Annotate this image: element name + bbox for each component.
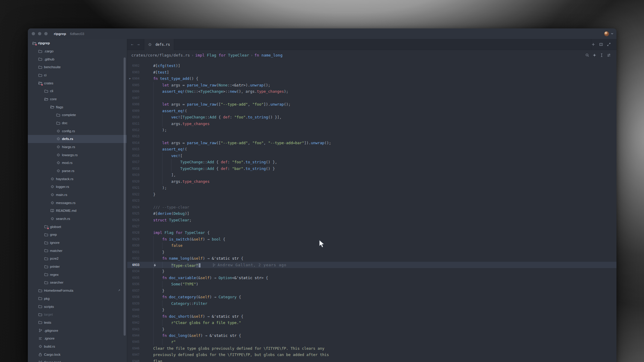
sidebar-item-main-rs[interactable]: main.rs xyxy=(28,191,127,199)
code-line-6902[interactable]: 6902#[cfg(test)] xyxy=(127,63,616,69)
inline-assist-icon[interactable] xyxy=(600,53,604,57)
editor-controls-icon[interactable] xyxy=(607,53,611,57)
sidebar-item-cli[interactable]: cli xyxy=(28,87,127,95)
code-line-6936[interactable]: 6936 Some("TYPE") xyxy=(127,281,616,287)
split-pane-icon[interactable] xyxy=(599,42,603,46)
sidebar-item--cargo[interactable]: .cargo xyxy=(28,47,127,55)
sidebar-item-messages-rs[interactable]: messages.rs xyxy=(28,199,127,207)
new-tab-icon[interactable] xyxy=(591,42,595,46)
code-line-6924[interactable]: 6924/// --type-clear xyxy=(127,204,616,210)
sidebar-item-hiargs-rs[interactable]: hiargs.rs xyxy=(28,143,127,151)
code-line-6926[interactable]: 6926struct TypeClear; xyxy=(127,217,616,223)
code-line-6905[interactable]: 6905 let args = parse_low_raw(None::<&st… xyxy=(127,82,616,88)
avatar[interactable] xyxy=(604,31,609,36)
sidebar-item-matcher[interactable]: matcher xyxy=(28,247,127,255)
sidebar-item-pcre2[interactable]: pcre2 xyxy=(28,255,127,263)
code-line-6944[interactable]: 6944 fn doc_long(&self) → &'static str { xyxy=(127,332,616,339)
sidebar-item-target[interactable]: target xyxy=(28,311,127,319)
code-line-6929[interactable]: 6929 fn is_switch(&self) → bool { xyxy=(127,236,616,242)
assistant-icon[interactable] xyxy=(593,53,596,57)
sidebar-item-searcher[interactable]: searcher xyxy=(28,279,127,287)
code-line-6931[interactable]: 6931 } xyxy=(127,249,616,255)
sidebar-item-grep[interactable]: grep xyxy=(28,231,127,239)
sidebar-item-logger-rs[interactable]: logger.rs xyxy=(28,183,127,191)
breadcrumb[interactable]: crates/core/flags/defs.rs›impl Flag for … xyxy=(127,50,616,60)
sidebar-scrollbar[interactable] xyxy=(124,57,126,336)
code-line-6941[interactable]: 6941 fn doc_short(&self) → &'static str … xyxy=(127,313,616,320)
sidebar-item-core[interactable]: core xyxy=(28,95,127,103)
sidebar-item--github[interactable]: .github xyxy=(28,55,127,63)
code-line-6932[interactable]: 6932 fn name_long(&self) → &'static str … xyxy=(127,255,616,261)
code-line-6904[interactable]: 6904▶fn test_type_add() { xyxy=(127,75,616,82)
code-line-6927[interactable]: 6927 xyxy=(127,223,616,229)
code-line-6923[interactable]: 6923 xyxy=(127,197,616,204)
sidebar-item-printer[interactable]: printer xyxy=(28,263,127,271)
close-button[interactable] xyxy=(32,32,35,35)
code-line-6925[interactable]: 6925#[derive(Debug)] xyxy=(127,210,616,217)
code-line-6913[interactable]: 6913 xyxy=(127,133,616,139)
code-line-6907[interactable]: 6907 xyxy=(127,95,616,101)
chevron-down-icon[interactable] xyxy=(611,32,613,35)
code-line-6935[interactable]: 6935 fn doc_variable(&self) → Option<&'s… xyxy=(127,275,616,281)
sidebar-item-pkg[interactable]: pkg xyxy=(28,295,127,303)
code-line-6906[interactable]: 6906 assert_eq!(Vec::<TypeChange>::new()… xyxy=(127,88,616,95)
code-line-6943[interactable]: 6943 } xyxy=(127,326,616,332)
sidebar-item-mod-rs[interactable]: mod.rs xyxy=(28,159,127,167)
run-test-icon[interactable]: ▶ xyxy=(129,75,131,82)
code-line-6910[interactable]: 6910 vec![TypeChange::Add { def: "foo".t… xyxy=(127,114,616,120)
expand-icon[interactable] xyxy=(607,42,611,46)
sidebar-item-build-rs[interactable]: build.rs xyxy=(28,343,127,351)
nav-forward-icon[interactable]: → xyxy=(137,42,140,47)
code-line-6942[interactable]: 6942 r"Clear globs for a file type." xyxy=(127,320,616,326)
code-line-6939[interactable]: 6939 Category::Filter xyxy=(127,300,616,307)
code-line-6915[interactable]: 6915 assert_eq!( xyxy=(127,146,616,152)
code-line-6947[interactable]: 6947previously defined globs for the \fI… xyxy=(127,352,616,358)
sidebar-item-ripgrep[interactable]: ripgrep xyxy=(28,39,127,47)
code-line-6940[interactable]: 6940 } xyxy=(127,307,616,313)
sidebar-item-ci[interactable]: ci xyxy=(28,71,127,79)
code-line-6909[interactable]: 6909 assert_eq!( xyxy=(127,108,616,114)
sidebar-item-tests[interactable]: tests xyxy=(28,319,127,327)
code-line-6917[interactable]: 6917 TypeChange::Add { def: "foo".to_str… xyxy=(127,159,616,165)
sidebar-item-complete[interactable]: complete xyxy=(28,111,127,119)
sidebar-item-readme-md[interactable]: README.md xyxy=(28,207,127,215)
code-line-6916[interactable]: 6916 vec![ xyxy=(127,153,616,159)
code-line-6928[interactable]: 6928impl Flag for TypeClear { xyxy=(127,229,616,236)
nav-back-icon[interactable]: ← xyxy=(131,42,133,47)
code-line-6934[interactable]: 6934 } xyxy=(127,268,616,274)
code-line-6922[interactable]: 6922} xyxy=(127,191,616,197)
sidebar-item-lowargs-rs[interactable]: lowargs.rs xyxy=(28,151,127,159)
code-line-6903[interactable]: 6903#[test] xyxy=(127,69,616,75)
sidebar-item-homebrewformula[interactable]: HomebrewFormula↗ xyxy=(28,287,127,295)
code-line-6946[interactable]: 6946Clear the file type globs previously… xyxy=(127,345,616,352)
sidebar-item-doc[interactable]: doc xyxy=(28,119,127,127)
minimize-button[interactable] xyxy=(38,32,41,35)
code-line-6937[interactable]: 6937 } xyxy=(127,288,616,294)
code-line-6930[interactable]: 6930 false xyxy=(127,242,616,249)
search-icon[interactable] xyxy=(585,53,589,57)
sidebar-item-globset[interactable]: globset xyxy=(28,223,127,231)
code-line-6933[interactable]: 6933 "type-clear"Andrew Gallant, 2 years… xyxy=(127,262,616,268)
sidebar-item-cargo-toml[interactable]: Cargo.toml xyxy=(28,358,127,362)
sidebar-item-ignore[interactable]: ignore xyxy=(28,239,127,247)
code-line-6911[interactable]: 6911 args.type_changes xyxy=(127,121,616,127)
code-line-6945[interactable]: 6945 r" xyxy=(127,339,616,345)
sidebar-item-cargo-lock[interactable]: Cargo.lock xyxy=(28,350,127,358)
branch-name[interactable]: 6dfaec03 xyxy=(70,32,84,36)
code-editor[interactable]: 6902#[cfg(test)]6903#[test]6904▶fn test_… xyxy=(127,60,616,362)
sidebar-item-haystack-rs[interactable]: haystack.rs xyxy=(28,175,127,183)
sidebar-item-regex[interactable]: regex xyxy=(28,270,127,279)
zoom-button[interactable] xyxy=(44,32,48,35)
sidebar-item--ignore[interactable]: .ignore xyxy=(28,334,127,343)
code-line-6948[interactable]: 6948flag xyxy=(127,358,616,362)
project-name[interactable]: ripgrep xyxy=(54,32,66,36)
sidebar-item-defs-rs[interactable]: defs.rs xyxy=(28,135,127,143)
code-line-6919[interactable]: 6919 ], xyxy=(127,172,616,178)
code-line-6908[interactable]: 6908 let args = parse_low_raw(["--type-a… xyxy=(127,101,616,107)
sidebar-item-scripts[interactable]: scripts xyxy=(28,302,127,311)
tab-defs-rs[interactable]: defs.rs xyxy=(144,39,174,50)
code-line-6921[interactable]: 6921 ); xyxy=(127,185,616,191)
code-line-6912[interactable]: 6912 ); xyxy=(127,127,616,133)
sidebar-item-crates[interactable]: crates xyxy=(28,79,127,87)
code-line-6914[interactable]: 6914 let args = parse_low_raw(["--type-a… xyxy=(127,140,616,146)
